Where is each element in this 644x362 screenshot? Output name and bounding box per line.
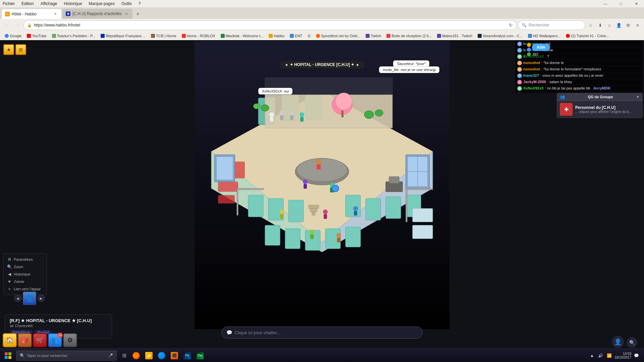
menu-fichier[interactable]: Fichier [1, 1, 16, 7]
notification-center[interactable]: 💬 [633, 352, 640, 359]
tab-close-hotel[interactable]: ✕ [53, 11, 58, 17]
left-panel-jaime[interactable]: ♥ J'aime [4, 278, 47, 285]
network-icon[interactable]: 📶 [606, 352, 613, 359]
avatar-nono2 [517, 67, 522, 72]
svg-point-12 [297, 158, 347, 182]
show-hidden-icons[interactable]: ▲ [588, 352, 596, 359]
svg-rect-16 [345, 195, 361, 217]
game-canvas[interactable]: ♠ ✦ HOPITAL - URGENCE [C.H.U] ✦ ♠ Sauvet… [195, 41, 449, 329]
tab-rapports[interactable]: 🇫🇷 [C.H.U] Rapports d'activités ✕ [62, 9, 132, 19]
bookmark-twitch[interactable]: Twitch [364, 33, 383, 39]
tab-close-rapports[interactable]: ✕ [124, 11, 129, 16]
bookmark-tcb[interactable]: TCB | Home [149, 33, 178, 39]
back-button[interactable]: ← [2, 20, 11, 30]
left-panel: ⚙ Paramètres 🔍 Zoom ◀ Historique ♥ J'aim… [3, 253, 47, 295]
bookmark-roblox[interactable]: Home - ROBLOX [180, 33, 217, 39]
friends-badge: 14 [57, 333, 63, 338]
habbo-character-button[interactable]: 👤 [612, 336, 624, 348]
menu-marquepages[interactable]: Marque-pages [88, 1, 116, 7]
task-view-button[interactable]: ⊞ [118, 350, 130, 362]
volume-icon[interactable]: 🔊 [597, 352, 604, 359]
hb-btn-friends[interactable]: 👥 14 [48, 333, 62, 347]
search-box[interactable]: 🔍 Rechercher [518, 20, 585, 30]
svg-rect-67 [406, 188, 433, 190]
hb-btn-inventory[interactable]: 🎒 [18, 333, 32, 347]
close-button[interactable]: ✕ [629, 0, 644, 7]
chat-message-4: nonoshot : *lui donne le [515, 60, 643, 66]
svg-point-29 [375, 110, 383, 116]
blue-icon [527, 48, 531, 52]
forward-button[interactable]: → [13, 20, 22, 30]
menu-historique[interactable]: Historique [63, 1, 84, 7]
bookmark-steamanalyst[interactable]: SteamAnalyst.com - C... [476, 33, 525, 39]
hb-btn-catalog[interactable]: 🛒 [33, 333, 47, 347]
room-nav-left[interactable]: ◀ [14, 295, 21, 302]
profile-button[interactable]: 👤 [614, 21, 623, 29]
reload-button[interactable]: ↻ [509, 22, 513, 28]
svg-point-46 [323, 209, 328, 214]
menu-edition[interactable]: Edition [20, 1, 35, 7]
hb-btn-home[interactable]: 🏠 [3, 333, 17, 347]
home-button[interactable]: ⌂ [605, 21, 614, 29]
svg-point-30 [261, 105, 269, 111]
username-jerry: JerryMDR [593, 86, 610, 90]
bookmark-hdwallpapers[interactable]: HD Wallpapers... [526, 33, 563, 39]
sauveteur-bubble: Sauveteur: *joue* [393, 60, 429, 67]
settings-button[interactable]: ⚙ [624, 21, 633, 29]
bookmark-habbo[interactable]: Habbo [267, 33, 286, 39]
bookmark-ent[interactable]: ENT [288, 33, 304, 39]
bookmark-google[interactable]: Google [3, 33, 23, 39]
left-panel-zoom[interactable]: 🔍 Zoom [4, 263, 47, 270]
toolbar-btn-1[interactable]: ★ [3, 44, 14, 55]
habbo-bottom-bar: 🏠 🎒 🛒 👥 14 ⚙ [0, 332, 644, 349]
republique-icon [101, 34, 105, 38]
left-panel-parametres[interactable]: ⚙ Paramètres [4, 256, 47, 263]
minimize-button[interactable]: — [598, 0, 613, 7]
taskbar-search[interactable]: 🔍 Taper ici pour rechercher 🎤 [16, 351, 117, 361]
taskbar-middle: 📁 🌐 ⬛ Ps Dw [130, 350, 206, 362]
bookmark-star-button[interactable]: ☆ [586, 21, 595, 29]
avatar-nono1 [517, 61, 522, 65]
taskbar-firefox[interactable] [130, 350, 142, 362]
bookmark-youtube[interactable]: YouTube [25, 33, 48, 39]
bookmark-g[interactable]: G [306, 33, 313, 39]
start-button[interactable] [1, 350, 15, 362]
win-quad-4 [8, 356, 11, 359]
svg-point-60 [279, 111, 284, 115]
habbo-nav-right[interactable]: 🔍 [627, 337, 637, 348]
avatar-loane2 [517, 73, 522, 78]
system-clock[interactable]: 14:59 18/10/2017 [614, 352, 631, 359]
bookmark-republique[interactable]: République Française ... [99, 33, 148, 39]
bookmark-tutoriel[interactable]: (2) Tutoriel #1 - Créer... [564, 33, 611, 39]
bookmark-maxitrak[interactable]: Maxitrak - Welcome t... [219, 33, 265, 39]
tab-bar: H Hôtel - Habbo ✕ 🇫🇷 [C.H.U] Rapports d'… [0, 7, 644, 19]
menu-outils[interactable]: Outils [120, 1, 133, 7]
bookmark-pastebin[interactable]: Toastur's Pastebin - P... [50, 33, 97, 39]
address-box[interactable]: 🔒 https://www.habbo.fr/hotel ↻ [23, 20, 517, 30]
menu-button[interactable]: ≡ [633, 21, 642, 29]
group-panel-arrow[interactable]: ▼ [636, 95, 640, 99]
room-nav-right[interactable]: ▶ [38, 295, 45, 302]
taskbar-photoshop[interactable]: Ps [181, 350, 193, 362]
bookmark-gmail[interactable]: Boite de réception (2 6... [384, 33, 434, 39]
hb-btn-settings[interactable]: ⚙ [63, 333, 77, 347]
room-title: ✦ HOPITAL - URGENCE [C.H.U] ✦ [290, 62, 355, 67]
bookmark-speedtest[interactable]: Speedtest.net by Ookl... [314, 33, 362, 39]
new-tab-button[interactable]: + [133, 9, 143, 19]
maximize-button[interactable]: □ [613, 0, 629, 7]
svg-rect-65 [300, 117, 304, 122]
aide-button[interactable]: Aide [532, 44, 550, 51]
menu-affichage[interactable]: Affichage [39, 1, 59, 7]
svg-rect-13 [248, 195, 263, 217]
menu-help[interactable]: ? [137, 1, 142, 7]
left-panel-historique[interactable]: ◀ Historique [4, 270, 47, 278]
tab-hotel[interactable]: H Hôtel - Habbo ✕ [1, 9, 62, 19]
avatar-louloush [517, 42, 522, 46]
toolbar-btn-2[interactable]: ⊞ [15, 44, 26, 55]
download-button[interactable]: ⬇ [596, 21, 604, 29]
taskbar-app3[interactable]: 🌐 [156, 350, 168, 362]
taskbar-dreamweaver[interactable]: Dw [194, 350, 206, 362]
taskbar-app2[interactable]: 📁 [143, 350, 155, 362]
taskbar-app4[interactable]: ⬛ [168, 350, 180, 362]
bookmark-mateo181[interactable]: Mateo181 - Twitch [435, 33, 474, 39]
